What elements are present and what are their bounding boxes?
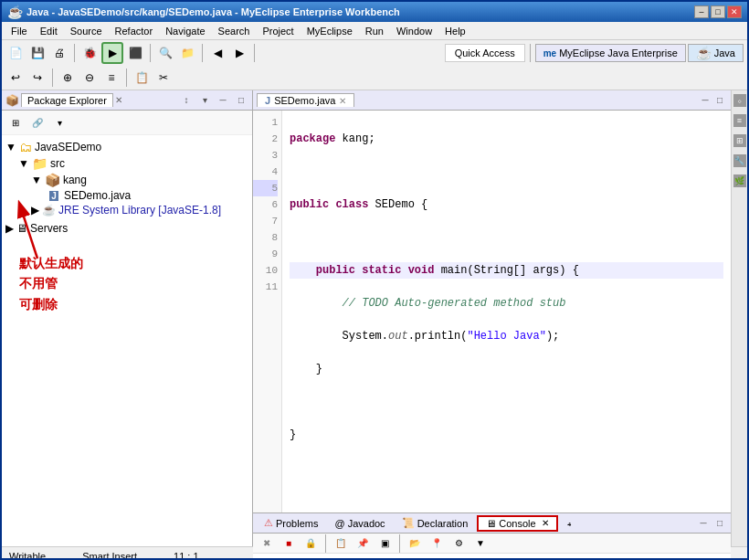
pkg-collapse-button[interactable]: ▾ bbox=[197, 93, 212, 108]
tb2-btn7[interactable]: ✂ bbox=[153, 68, 174, 88]
editor-tab-close[interactable]: ✕ bbox=[339, 96, 346, 106]
tab-javadoc[interactable]: @ Javadoc bbox=[327, 517, 392, 530]
console-scroll-lock[interactable]: 🔒 bbox=[301, 534, 321, 554]
close-button[interactable]: ✕ bbox=[727, 5, 742, 18]
menu-myeclipse[interactable]: MyEclipse bbox=[301, 24, 358, 38]
java-perspective-button[interactable]: ☕ Java bbox=[688, 44, 744, 62]
sedemojava-label: SEDemo.java bbox=[64, 189, 131, 202]
project-icon: 🗂 bbox=[19, 140, 32, 154]
editor-max-button[interactable]: □ bbox=[712, 93, 727, 108]
tab-problems[interactable]: ⚠ Problems bbox=[257, 516, 325, 530]
tree-item-javasedemo[interactable]: ▼ 🗂 JavaSEDemo bbox=[5, 139, 248, 155]
tab-declaration[interactable]: 📜 Declaration bbox=[395, 516, 476, 530]
sep-console2 bbox=[399, 534, 400, 553]
line-num-1: 1 bbox=[253, 114, 278, 131]
menu-help[interactable]: Help bbox=[439, 24, 471, 38]
line-num-8: 8 bbox=[253, 229, 278, 246]
editor-tab-sedemojava[interactable]: J SEDemo.java ✕ bbox=[257, 93, 354, 107]
menu-search[interactable]: Search bbox=[213, 24, 256, 38]
pkg-min-button[interactable]: ─ bbox=[216, 93, 230, 108]
console-pin-button[interactable]: 📍 bbox=[427, 534, 447, 554]
side-icon-3[interactable]: ⊞ bbox=[733, 134, 746, 147]
pkg-explorer-icon: 📦 bbox=[5, 94, 19, 107]
menu-source[interactable]: Source bbox=[65, 24, 108, 38]
tab-extra[interactable]: ₄ bbox=[560, 516, 578, 530]
line-num-4: 4 bbox=[253, 164, 278, 180]
status-smart-insert: Smart Insert bbox=[82, 551, 137, 561]
side-icon-2[interactable]: ≡ bbox=[733, 114, 746, 127]
open-resource-button[interactable]: 📁 bbox=[177, 43, 197, 63]
menu-run[interactable]: Run bbox=[360, 24, 389, 38]
declaration-label: Declaration bbox=[417, 518, 469, 529]
tb2-btn1[interactable]: ↩ bbox=[5, 68, 26, 88]
pkg-view-menu[interactable]: ▾ bbox=[49, 112, 69, 132]
console-max-button[interactable]: □ bbox=[712, 516, 727, 531]
pkg-sync-button[interactable]: ↕ bbox=[179, 93, 194, 108]
myeclipse-perspective-button[interactable]: me MyEclipse Java Enterprise bbox=[535, 44, 686, 62]
console-tab-close[interactable]: ✕ bbox=[542, 518, 549, 528]
maximize-button[interactable]: □ bbox=[711, 5, 725, 18]
tb2-btn3[interactable]: ⊕ bbox=[58, 68, 78, 88]
java-label: Java bbox=[714, 48, 735, 58]
code-line-8: } bbox=[290, 363, 322, 375]
tb2-btn2[interactable]: ↪ bbox=[27, 68, 47, 88]
pkg-max-button[interactable]: □ bbox=[234, 93, 248, 108]
console-open-file-button[interactable]: 📂 bbox=[405, 534, 425, 554]
console-select-button[interactable]: ▣ bbox=[374, 534, 395, 554]
code-content[interactable]: package kang; public class SEDemo { publ… bbox=[282, 111, 731, 512]
side-icon-5[interactable]: 🌿 bbox=[733, 174, 746, 187]
editor-tab-label: SEDemo.java bbox=[274, 95, 335, 106]
menu-refactor[interactable]: Refactor bbox=[110, 24, 159, 38]
editor-tab-icon: J bbox=[265, 95, 270, 106]
expand-arrow-javasedemo: ▼ bbox=[5, 141, 16, 153]
new-button[interactable]: 📄 bbox=[5, 43, 26, 63]
tb2-btn5[interactable]: ≡ bbox=[101, 68, 121, 88]
save-button[interactable]: 💾 bbox=[27, 43, 47, 63]
menu-window[interactable]: Window bbox=[391, 24, 438, 38]
console-arrow-btn[interactable]: ▼ bbox=[470, 534, 491, 554]
console-terminate-button[interactable]: ■ bbox=[279, 534, 299, 554]
toolbar-area: 📄 💾 🖨 🐞 ▶ ⬛ 🔍 📁 ◀ ▶ Quick Access me MyEc… bbox=[2, 40, 747, 90]
console-min-button[interactable]: ─ bbox=[696, 516, 711, 531]
tab-console[interactable]: 🖥 Console ✕ bbox=[477, 515, 557, 532]
code-line-7: System.out.println("Hello Java"); bbox=[290, 330, 559, 343]
problems-label: Problems bbox=[276, 518, 318, 529]
sep7 bbox=[126, 69, 127, 87]
src-label: src bbox=[50, 157, 65, 170]
console-copy-button[interactable]: 📋 bbox=[331, 534, 351, 554]
debug-button[interactable]: 🐞 bbox=[79, 43, 100, 63]
pkg-collapse-all[interactable]: ⊞ bbox=[5, 112, 26, 132]
editor-min-button[interactable]: ─ bbox=[698, 93, 712, 108]
run-button[interactable]: ▶ bbox=[101, 42, 123, 64]
console-settings-button[interactable]: ⚙ bbox=[448, 534, 469, 554]
console-paste-button[interactable]: 📌 bbox=[353, 534, 373, 554]
open-type-button[interactable]: 🔍 bbox=[155, 43, 175, 63]
console-clear-button[interactable]: ✖ bbox=[257, 534, 277, 554]
tree-item-kang[interactable]: ▼ 📦 kang bbox=[5, 172, 248, 188]
prev-button[interactable]: ◀ bbox=[207, 43, 227, 63]
line-num-7: 7 bbox=[253, 213, 278, 229]
next-button[interactable]: ▶ bbox=[229, 43, 249, 63]
status-position: 11 : 1 bbox=[174, 551, 199, 561]
expand-arrow-src: ▼ bbox=[18, 157, 29, 170]
menu-project[interactable]: Project bbox=[257, 24, 299, 38]
quick-access-button[interactable]: Quick Access bbox=[445, 44, 525, 62]
stop-button[interactable]: ⬛ bbox=[125, 43, 145, 63]
pkg-link-editor[interactable]: 🔗 bbox=[27, 112, 47, 132]
print-button[interactable]: 🖨 bbox=[49, 43, 69, 63]
side-icon-4[interactable]: 🔧 bbox=[733, 154, 746, 167]
tb2-btn6[interactable]: 📋 bbox=[132, 68, 152, 88]
pkg-tab-close[interactable]: ✕ bbox=[115, 95, 122, 105]
tb2-btn4[interactable]: ⊖ bbox=[79, 68, 100, 88]
menu-edit[interactable]: Edit bbox=[35, 24, 63, 38]
menu-navigate[interactable]: Navigate bbox=[160, 24, 210, 38]
package-explorer-header: 📦 Package Explorer ✕ ↕ ▾ ─ □ bbox=[2, 90, 252, 111]
menu-file[interactable]: File bbox=[5, 24, 33, 38]
package-explorer-tab[interactable]: Package Explorer bbox=[21, 93, 113, 107]
minimize-button[interactable]: – bbox=[694, 5, 709, 18]
sep2 bbox=[150, 44, 151, 62]
package-explorer-toolbar: ⊞ 🔗 ▾ bbox=[2, 111, 252, 135]
side-icon-1[interactable]: ⬦ bbox=[733, 94, 746, 107]
javadoc-label: Javadoc bbox=[348, 518, 385, 529]
tree-item-src[interactable]: ▼ 📁 src bbox=[5, 155, 248, 172]
